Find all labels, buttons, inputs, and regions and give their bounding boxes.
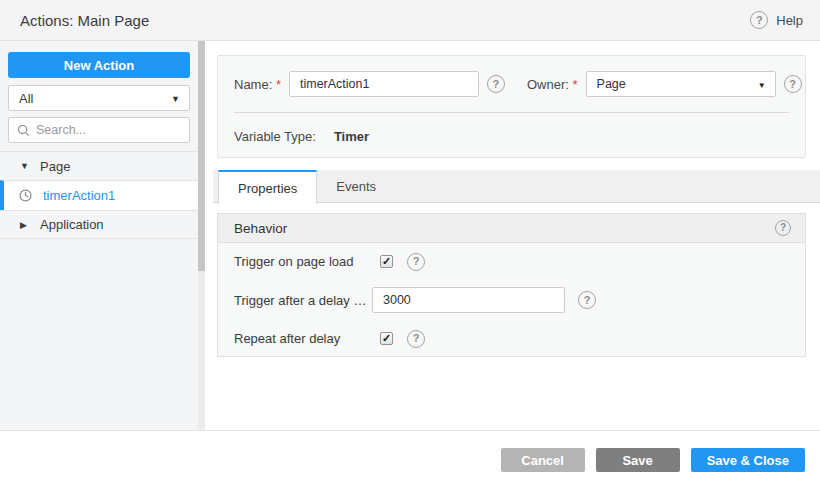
help-icon: ? <box>750 11 768 29</box>
filter-select[interactable]: All ▼ <box>8 85 190 111</box>
search-icon <box>17 124 30 137</box>
footer-bar: Cancel Save Save & Close <box>0 430 820 489</box>
filter-select-value: All <box>19 91 33 106</box>
required-asterisk: * <box>276 77 281 92</box>
help-button[interactable]: ? Help <box>750 11 803 29</box>
sidebar-scrollbar[interactable] <box>198 41 205 430</box>
actions-dialog: Actions: Main Page ? Help New Action All… <box>0 0 820 489</box>
name-owner-row: Name: * ? Owner: * Page ▼ ? <box>218 56 805 97</box>
repeat-after-delay-checkbox[interactable]: ✓ <box>380 332 393 345</box>
name-input[interactable] <box>289 71 479 97</box>
clock-icon <box>18 188 33 203</box>
help-label: Help <box>776 13 803 28</box>
tab-properties[interactable]: Properties <box>218 170 317 204</box>
tree-item-label: timerAction1 <box>43 188 115 203</box>
actions-tree: ▼ Page timerAction1 ▶ Application <box>0 151 198 239</box>
tree-item-label: Application <box>40 217 104 232</box>
owner-help-icon[interactable]: ? <box>784 75 802 93</box>
variable-type-row: Variable Type: Timer <box>218 113 805 144</box>
variable-type-label: Variable Type: <box>234 129 316 144</box>
tab-events[interactable]: Events <box>317 170 395 203</box>
new-action-button[interactable]: New Action <box>8 52 190 78</box>
trigger-delay-help-icon[interactable]: ? <box>578 291 596 309</box>
tab-strip: Properties Events <box>213 170 820 203</box>
behavior-header: Behavior ? <box>218 214 805 243</box>
title-bar: Actions: Main Page ? Help <box>0 0 820 41</box>
trigger-on-page-load-label: Trigger on page load <box>234 254 370 269</box>
trigger-on-page-load-help-icon[interactable]: ? <box>407 253 425 271</box>
owner-select-value: Page <box>597 77 626 91</box>
tree-item-label: Page <box>40 159 70 174</box>
save-and-close-button[interactable]: Save & Close <box>691 448 805 472</box>
repeat-after-delay-row: Repeat after delay ✓ ? <box>218 320 805 357</box>
page-title: Actions: Main Page <box>20 12 149 29</box>
behavior-help-icon[interactable]: ? <box>775 220 791 236</box>
search-input[interactable] <box>36 123 176 137</box>
tree-item-application[interactable]: ▶ Application <box>0 210 198 239</box>
name-help-icon[interactable]: ? <box>487 75 505 93</box>
required-asterisk: * <box>573 77 578 92</box>
tree-item-page[interactable]: ▼ Page <box>0 151 198 180</box>
cancel-button[interactable]: Cancel <box>501 448 585 472</box>
action-header-form: Name: * ? Owner: * Page ▼ ? Variable Typ… <box>217 55 806 158</box>
owner-label: Owner: * <box>527 77 578 92</box>
repeat-after-delay-help-icon[interactable]: ? <box>407 330 425 348</box>
save-button[interactable]: Save <box>596 448 680 472</box>
owner-select[interactable]: Page ▼ <box>586 71 776 97</box>
trigger-delay-input[interactable] <box>372 287 565 313</box>
search-box <box>8 117 190 143</box>
repeat-after-delay-label: Repeat after delay <box>234 331 370 346</box>
trigger-on-page-load-row: Trigger on page load ✓ ? <box>218 243 805 280</box>
actions-sidebar: New Action All ▼ ▼ Page timerAction1 <box>0 41 198 430</box>
chevron-down-icon: ▼ <box>171 94 180 104</box>
caret-down-icon[interactable]: ▼ <box>20 161 30 171</box>
behavior-section: Behavior ? Trigger on page load ✓ ? Trig… <box>217 213 806 357</box>
caret-right-icon[interactable]: ▶ <box>20 220 30 230</box>
scrollbar-thumb[interactable] <box>198 41 205 271</box>
main-panel: Name: * ? Owner: * Page ▼ ? Variable Typ… <box>213 41 820 430</box>
trigger-delay-row: Trigger after a delay (millisec… ? <box>218 280 805 320</box>
trigger-on-page-load-checkbox[interactable]: ✓ <box>380 255 393 268</box>
tree-item-timeraction1[interactable]: timerAction1 <box>0 180 198 210</box>
chevron-down-icon: ▼ <box>758 81 766 90</box>
variable-type-value: Timer <box>334 129 369 144</box>
behavior-title: Behavior <box>234 221 287 236</box>
trigger-delay-label: Trigger after a delay (millisec… <box>234 293 370 308</box>
name-label: Name: * <box>234 77 281 92</box>
